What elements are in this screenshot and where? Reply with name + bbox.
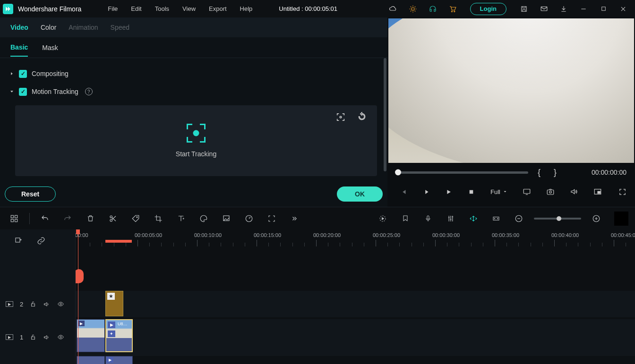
tracking-target-icon[interactable] <box>335 112 346 122</box>
media-panel-icon[interactable] <box>7 211 22 226</box>
svg-rect-30 <box>32 337 35 339</box>
clip-video-selected[interactable]: ▶ U8… ✦ <box>105 319 133 352</box>
svg-rect-3 <box>522 6 527 11</box>
login-button[interactable]: Login <box>470 3 506 15</box>
mail-icon[interactable] <box>535 1 553 17</box>
text-icon[interactable] <box>173 211 189 226</box>
help-icon[interactable]: ? <box>85 88 93 95</box>
add-track-icon[interactable] <box>14 237 23 245</box>
lock-icon[interactable] <box>30 334 36 340</box>
auto-ripple-icon[interactable] <box>466 211 481 226</box>
subtab-basic[interactable]: Basic <box>10 43 28 57</box>
reset-button[interactable]: Reset <box>5 186 56 202</box>
menu-export[interactable]: Export <box>203 3 232 14</box>
svg-point-29 <box>60 303 62 305</box>
link-icon[interactable] <box>37 237 45 245</box>
track-lane-audio[interactable]: ▶ <box>76 356 635 364</box>
visibility-icon[interactable] <box>57 301 65 307</box>
menu-file[interactable]: File <box>102 3 123 14</box>
voiceover-icon[interactable] <box>420 211 436 226</box>
mute-icon[interactable] <box>43 301 50 308</box>
greenscreen-icon[interactable] <box>219 211 234 226</box>
tag-icon[interactable] <box>128 211 143 226</box>
lock-icon[interactable] <box>30 301 36 307</box>
menu-help[interactable]: Help <box>234 3 258 14</box>
download-icon[interactable] <box>555 1 573 17</box>
menu-tools[interactable]: Tools <box>149 3 175 14</box>
menu-view[interactable]: View <box>177 3 201 14</box>
step-forward-button[interactable] <box>419 185 433 199</box>
color-icon[interactable] <box>196 211 211 226</box>
zoom-out-icon[interactable] <box>511 211 526 226</box>
display-icon[interactable] <box>523 187 531 196</box>
speed-icon[interactable] <box>241 211 257 226</box>
save-icon[interactable] <box>515 1 533 17</box>
snap-icon[interactable] <box>489 211 504 226</box>
render-icon[interactable] <box>375 211 390 226</box>
redo-icon[interactable] <box>60 211 75 226</box>
cart-icon[interactable] <box>444 1 462 17</box>
cloud-icon[interactable] <box>384 1 402 17</box>
timeline-ruler[interactable]: 00:0000:00:05:0000:00:10:0000:00:15:0000… <box>76 229 635 252</box>
reset-tracking-icon[interactable] <box>357 112 367 122</box>
playhead[interactable] <box>78 229 78 364</box>
section-compositing[interactable]: ✓ Compositing <box>9 65 383 83</box>
tab-video[interactable]: Video <box>10 24 28 31</box>
tips-icon[interactable] <box>404 1 422 17</box>
crop-icon[interactable] <box>151 211 166 226</box>
support-icon[interactable] <box>424 1 442 17</box>
fullscreen-icon[interactable] <box>618 188 626 196</box>
tab-animation[interactable]: Animation <box>69 24 98 31</box>
clip-effect[interactable]: ★ <box>105 291 123 316</box>
marker-icon[interactable] <box>398 211 413 226</box>
tab-speed[interactable]: Speed <box>111 24 129 31</box>
snapshot-icon[interactable] <box>546 187 555 196</box>
split-icon[interactable] <box>105 211 120 226</box>
start-tracking-button[interactable] <box>187 124 206 143</box>
tracking-icon[interactable] <box>264 211 279 226</box>
mark-out-button[interactable]: } <box>550 168 560 178</box>
visibility-icon[interactable] <box>57 334 65 340</box>
checkbox-motion-tracking[interactable]: ✓ <box>19 88 27 96</box>
delete-icon[interactable] <box>83 211 98 226</box>
track-play-icon[interactable]: ▶ <box>6 301 13 307</box>
track-lane-2[interactable]: ★ <box>76 291 635 317</box>
track-lane-1[interactable]: ▶ ▶ U8… ✦ <box>76 319 635 357</box>
audio-meter[interactable] <box>614 212 628 226</box>
preview-scrubber[interactable] <box>396 171 528 174</box>
menu-edit[interactable]: Edit <box>125 3 147 14</box>
volume-icon[interactable] <box>570 187 578 196</box>
svg-point-1 <box>451 11 452 12</box>
clip-audio-1[interactable] <box>77 356 105 364</box>
maximize-icon[interactable] <box>594 1 612 17</box>
preview-viewport[interactable] <box>388 18 634 163</box>
clip-video-1[interactable]: ▶ <box>77 319 105 352</box>
timeline-tracks[interactable]: 00:0000:00:05:0000:00:10:0000:00:15:0000… <box>76 229 635 364</box>
svg-rect-16 <box>15 219 17 221</box>
zoom-slider[interactable] <box>534 218 581 220</box>
prev-frame-button[interactable] <box>396 185 410 199</box>
subtab-mask[interactable]: Mask <box>42 44 58 51</box>
svg-point-31 <box>60 336 62 338</box>
more-icon[interactable] <box>287 211 302 226</box>
zoom-in-icon[interactable] <box>589 211 604 226</box>
mark-in-button[interactable]: { <box>534 168 544 178</box>
stop-button[interactable] <box>464 185 478 199</box>
section-motion-tracking[interactable]: ✓ Motion Tracking ? <box>9 83 383 101</box>
clip-audio-2[interactable]: ▶ <box>105 356 133 364</box>
ok-button[interactable]: OK <box>337 186 383 202</box>
tab-color[interactable]: Color <box>41 24 56 31</box>
undo-icon[interactable] <box>37 211 52 226</box>
quality-dropdown[interactable]: Full <box>490 188 507 195</box>
pip-icon[interactable] <box>593 187 602 196</box>
audio-mixer-icon[interactable] <box>443 211 458 226</box>
track-play-icon[interactable]: ▶ <box>6 334 13 340</box>
mute-icon[interactable] <box>43 334 50 341</box>
minimize-icon[interactable] <box>575 1 592 17</box>
preview-timecode: 00:00:00:00 <box>592 169 626 176</box>
close-icon[interactable] <box>614 1 632 17</box>
scrollbar[interactable] <box>384 58 386 171</box>
checkbox-compositing[interactable]: ✓ <box>19 70 27 78</box>
playhead-handle[interactable] <box>76 269 84 283</box>
play-button[interactable] <box>441 185 455 199</box>
